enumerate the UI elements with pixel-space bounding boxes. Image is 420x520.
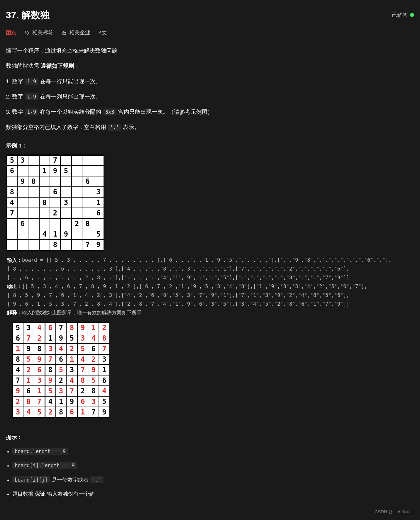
- sudoku-cell: [82, 166, 93, 176]
- svg-rect-1: [63, 32, 66, 35]
- tab-companies[interactable]: 相关企业: [62, 28, 90, 37]
- sudoku-cell: 4: [77, 354, 88, 365]
- sudoku-cell: 8: [45, 365, 56, 375]
- example-title: 示例 1：: [6, 141, 414, 150]
- sudoku-cell: 7: [77, 365, 88, 375]
- tabs: 困难 相关标签 相关企业 A文: [6, 28, 414, 37]
- sudoku-cell: 7: [34, 396, 45, 407]
- rule-3: 3. 数字 1-9 在每一个以粗实线分隔的 3x3 宫内只能出现一次。（请参考示…: [6, 107, 414, 117]
- sudoku-cell: 2: [34, 333, 45, 344]
- sudoku-cell: 3: [77, 333, 88, 344]
- sudoku-cell: 5: [93, 229, 104, 239]
- sudoku-cell: 9: [66, 396, 77, 407]
- sudoku-cell: 1: [34, 386, 45, 396]
- sudoku-cell: [28, 208, 39, 218]
- hint-item: board[i][j] 是一位数字或者 '.': [12, 475, 414, 485]
- sudoku-cell: [17, 239, 28, 250]
- sudoku-cell: [93, 166, 104, 176]
- sudoku-cell: 4: [66, 375, 77, 386]
- sudoku-cell: 1: [23, 375, 34, 386]
- sudoku-cell: 9: [60, 229, 71, 239]
- sudoku-cell: 8: [50, 239, 61, 250]
- sudoku-cell: 9: [50, 166, 61, 176]
- sudoku-cell: 8: [99, 333, 110, 344]
- sudoku-cell: [17, 208, 28, 218]
- sudoku-cell: [28, 197, 39, 208]
- tags-label: 相关标签: [32, 28, 53, 37]
- sudoku-cell: 4: [12, 365, 23, 375]
- sudoku-cell: 4: [45, 396, 56, 407]
- sudoku-cell: 7: [82, 239, 93, 250]
- sudoku-cell: 6: [45, 322, 56, 333]
- sudoku-cell: 5: [88, 375, 99, 386]
- sudoku-cell: 9: [88, 365, 99, 375]
- lock-icon: [62, 30, 67, 35]
- desc-p3: 数独部分空格内已填入了数字，空白格用 '.' 表示。: [6, 123, 414, 132]
- sudoku-cell: 9: [34, 354, 45, 365]
- sudoku-cell: 9: [12, 386, 23, 396]
- sudoku-cell: 9: [99, 407, 110, 417]
- io-block: 输入：board = [["5","3",".",".","7",".","."…: [7, 256, 414, 317]
- sudoku-cell: [71, 239, 82, 250]
- sudoku-cell: 7: [56, 322, 67, 333]
- tab-tags[interactable]: 相关标签: [25, 28, 53, 37]
- sudoku-cell: [60, 208, 71, 218]
- sudoku-cell: 9: [93, 239, 104, 250]
- sudoku-cell: 1: [45, 333, 56, 344]
- sudoku-cell: [6, 239, 17, 250]
- sudoku-cell: 7: [50, 155, 61, 166]
- sudoku-cell: 9: [45, 375, 56, 386]
- sudoku-cell: 6: [93, 208, 104, 218]
- sudoku-cell: 7: [66, 386, 77, 396]
- input-line: 输入：board = [["5","3",".",".","7",".","."…: [7, 256, 414, 282]
- sudoku-cell: 5: [12, 322, 23, 333]
- sudoku-cell: 8: [6, 187, 17, 197]
- sudoku-cell: [82, 155, 93, 166]
- sudoku-cell: [39, 218, 50, 229]
- desc-p1: 编写一个程序，通过填充空格来解决数独问题。: [6, 46, 414, 55]
- sudoku-cell: 2: [23, 365, 34, 375]
- sudoku-cell: 3: [66, 365, 77, 375]
- sudoku-cell: 5: [77, 344, 88, 354]
- sudoku-cell: [71, 208, 82, 218]
- sudoku-cell: [28, 229, 39, 239]
- sudoku-cell: 3: [45, 344, 56, 354]
- sudoku-cell: 5: [56, 365, 67, 375]
- hint-item: board.length == 9: [12, 447, 414, 456]
- sudoku-cell: 1: [77, 407, 88, 417]
- desc-p2: 数独的解法需 遵循如下规则：: [6, 61, 414, 71]
- explain-line: 解释：输入的数独如上图所示，唯一有效的解决方案如下所示：: [7, 308, 414, 317]
- status-dot-icon: [410, 13, 414, 17]
- sudoku-cell: [50, 197, 61, 208]
- sudoku-cell: 2: [12, 396, 23, 407]
- sudoku-cell: 3: [60, 197, 71, 208]
- sudoku-cell: 5: [45, 386, 56, 396]
- sudoku-cell: 5: [66, 333, 77, 344]
- sudoku-cell: 6: [6, 166, 17, 176]
- sudoku-cell: 6: [12, 333, 23, 344]
- sudoku-cell: 8: [34, 344, 45, 354]
- sudoku-cell: 2: [45, 407, 56, 417]
- sudoku-cell: 6: [77, 396, 88, 407]
- sudoku-cell: 9: [23, 344, 34, 354]
- sudoku-cell: [93, 176, 104, 187]
- sudoku-cell: 5: [99, 396, 110, 407]
- sudoku-cell: [6, 176, 17, 187]
- sudoku-cell: 4: [39, 229, 50, 239]
- sudoku-cell: 1: [39, 166, 50, 176]
- sudoku-cell: 7: [23, 333, 34, 344]
- sudoku-cell: 3: [23, 322, 34, 333]
- sudoku-cell: 6: [50, 187, 61, 197]
- sudoku-cell: 4: [88, 333, 99, 344]
- language-icon: A文: [99, 29, 107, 37]
- tab-language[interactable]: A文: [99, 29, 107, 37]
- sudoku-cell: 7: [88, 407, 99, 417]
- sudoku-cell: 2: [50, 208, 61, 218]
- sudoku-cell: [71, 187, 82, 197]
- sudoku-cell: 4: [23, 407, 34, 417]
- sudoku-cell: 1: [99, 365, 110, 375]
- tab-difficulty[interactable]: 困难: [6, 28, 16, 37]
- sudoku-cell: 8: [39, 197, 50, 208]
- sudoku-cell: 8: [77, 375, 88, 386]
- solved-label: 已解答: [392, 11, 408, 20]
